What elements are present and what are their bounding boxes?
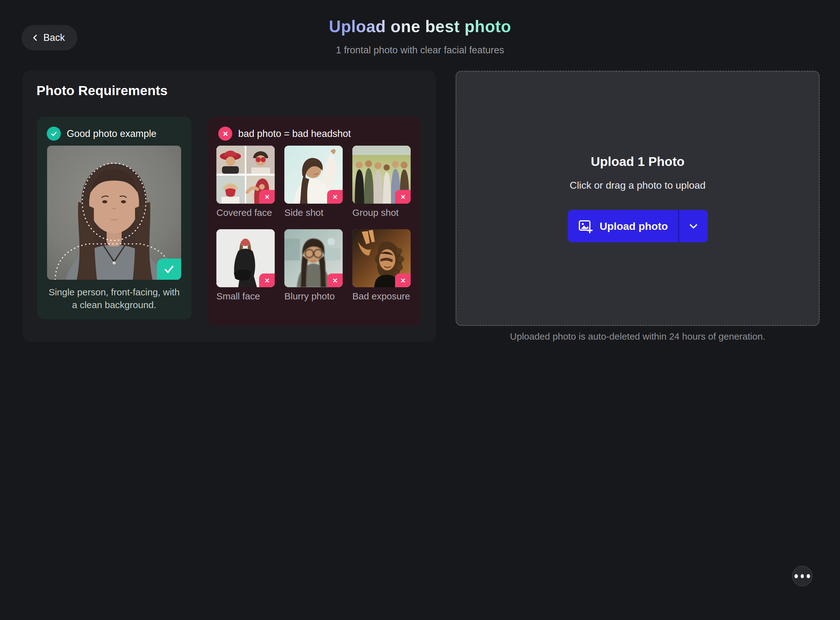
bad-example-image	[284, 229, 343, 287]
x-badge-icon	[395, 190, 411, 204]
ellipsis-icon	[795, 574, 798, 578]
photo-requirements-panel: Photo Requirements Good photo example	[23, 71, 436, 342]
bad-example-label: Bad exposure	[352, 291, 411, 302]
bad-card-header: bad photo = bad headshot	[218, 126, 351, 141]
good-photo-caption: Single person, front-facing, with a clea…	[47, 286, 181, 312]
bad-example-label: Group shot	[352, 208, 411, 218]
bad-example-bad-exposure: Bad exposure	[352, 229, 411, 302]
bad-example-small-face: Small face	[216, 229, 275, 302]
x-badge-icon	[259, 274, 275, 287]
upload-photo-button[interactable]: Upload photo	[568, 210, 678, 242]
bad-example-blurry-photo: Blurry photo	[284, 229, 343, 302]
bad-example-group-shot: Group shot	[352, 146, 411, 218]
bad-example-image	[352, 146, 411, 204]
more-options-button[interactable]	[792, 566, 813, 586]
auto-delete-note: Uploaded photo is auto-deleted within 24…	[455, 331, 820, 342]
bad-photo-label: bad photo = bad headshot	[238, 128, 351, 139]
upload-page: Back Upload one best photo 1 frontal pho…	[0, 0, 840, 620]
bad-example-label: Small face	[216, 291, 275, 302]
x-badge-icon	[327, 274, 343, 287]
upload-split-button: Upload photo	[568, 210, 708, 242]
image-plus-icon	[578, 219, 593, 233]
bad-example-image	[216, 229, 275, 287]
page-title: Upload one best photo	[329, 17, 511, 36]
bad-example-label: Side shot	[284, 208, 343, 218]
good-photo-label: Good photo example	[67, 128, 156, 139]
good-photo-card: Good photo example	[37, 117, 191, 319]
chevron-down-icon	[688, 221, 699, 232]
upload-dropzone[interactable]: Upload 1 Photo Click or drag a photo to …	[455, 71, 820, 326]
bad-photo-card: bad photo = bad headshot	[207, 117, 421, 326]
page-header: Upload one best photo	[0, 17, 840, 36]
x-badge-icon	[259, 190, 275, 204]
upload-options-dropdown[interactable]	[678, 210, 708, 242]
upload-photo-label: Upload photo	[600, 220, 668, 232]
bad-example-label: Covered face	[216, 208, 275, 218]
check-circle-icon	[47, 126, 61, 141]
upload-title: Upload 1 Photo	[591, 154, 685, 169]
good-photo-example-image	[47, 146, 181, 280]
bad-example-covered-face: Covered face	[216, 146, 275, 218]
bad-example-image	[216, 146, 275, 204]
good-card-header: Good photo example	[47, 126, 156, 141]
bad-example-label: Blurry photo	[284, 291, 343, 302]
page-subtitle: 1 frontal photo with clear facial featur…	[0, 45, 840, 56]
check-badge-icon	[157, 259, 181, 280]
bad-example-side-shot: Side shot	[284, 146, 343, 218]
x-badge-icon	[327, 190, 343, 204]
requirements-heading: Photo Requirements	[36, 83, 168, 98]
bad-example-image	[352, 229, 411, 287]
bad-examples-grid: Covered face	[216, 146, 412, 302]
upload-hint: Click or drag a photo to upload	[570, 180, 706, 191]
x-circle-icon	[218, 126, 232, 141]
bad-example-image	[284, 146, 343, 204]
x-badge-icon	[395, 274, 411, 287]
